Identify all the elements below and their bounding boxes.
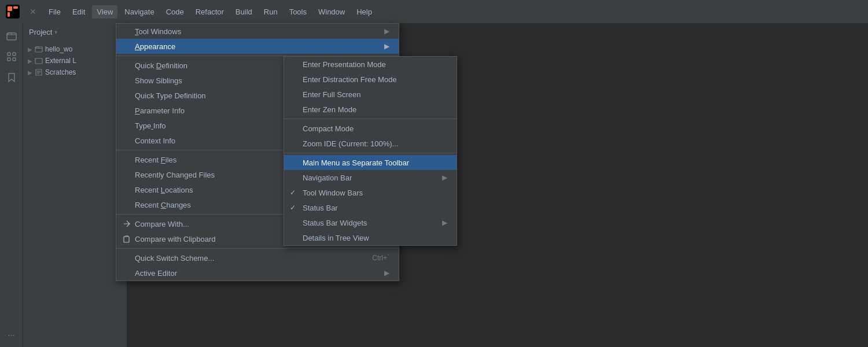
- menu-appearance[interactable]: Appearance ▶: [116, 39, 399, 54]
- sidebar-icon-structure[interactable]: [3, 49, 20, 65]
- active-editor-label: Active Editor: [135, 269, 177, 278]
- svg-rect-1: [8, 6, 12, 11]
- active-editor-arrow: ▶: [384, 269, 389, 277]
- tree-arrow-ext: ▶: [28, 58, 32, 64]
- appearance-main-menu-toolbar[interactable]: Main Menu as Separate Toolbar: [284, 155, 457, 170]
- svg-rect-3: [8, 12, 10, 17]
- svg-rect-11: [124, 237, 129, 242]
- tree-arrow-scratch: ▶: [28, 69, 32, 76]
- svg-rect-6: [13, 53, 16, 56]
- appearance-zen[interactable]: Enter Zen Mode: [284, 102, 457, 117]
- tree-item-external-label: External L: [45, 57, 76, 65]
- status-bar-widgets-arrow: ▶: [442, 219, 447, 227]
- status-bar-widgets-label: Status Bar Widgets: [303, 219, 367, 227]
- zen-label: Enter Zen Mode: [303, 105, 356, 114]
- quick-type-def-label: Quick Type Definition: [135, 91, 206, 100]
- menu-tools[interactable]: Tools: [285, 5, 311, 19]
- fullscreen-label: Enter Full Screen: [303, 90, 361, 99]
- appearance-tool-window-bars[interactable]: ✓ Tool Window Bars: [284, 185, 457, 200]
- appearance-label: Appearance: [135, 42, 175, 51]
- menu-tool-windows[interactable]: Tool Windows ▶: [116, 24, 399, 39]
- separator-4: [116, 248, 399, 249]
- appearance-submenu: Enter Presentation Mode Enter Distractio…: [284, 56, 457, 246]
- compare-clipboard-label: Compare with Clipboard: [135, 235, 215, 243]
- tree-item-hello[interactable]: ▶ hello_wo: [23, 43, 127, 55]
- quick-definition-label: Quick Definition: [135, 61, 187, 70]
- navigation-bar-arrow: ▶: [442, 174, 447, 182]
- appearance-presentation[interactable]: Enter Presentation Mode: [284, 57, 457, 72]
- recent-files-label: Recent Files: [135, 156, 176, 164]
- tool-windows-arrow: ▶: [384, 27, 389, 35]
- tree-item-external[interactable]: ▶ External L: [23, 55, 127, 67]
- tree-item-scratches[interactable]: ▶ Scratches: [23, 67, 127, 78]
- sidebar-icons: ···: [0, 23, 23, 347]
- tool-window-bars-label: Tool Window Bars: [303, 189, 363, 197]
- compare-with-icon: [122, 219, 131, 228]
- status-bar-label: Status Bar: [303, 204, 338, 212]
- navigation-bar-label: Navigation Bar: [303, 174, 352, 182]
- project-label: Project: [29, 28, 52, 36]
- show-siblings-label: Show Siblings: [135, 76, 182, 85]
- menu-quick-switch[interactable]: Quick Switch Scheme... Ctrl+`: [116, 250, 399, 265]
- svg-rect-8: [13, 58, 16, 61]
- recent-changes-label: Recent Changes: [135, 201, 191, 209]
- recently-changed-label: Recently Changed Files: [135, 171, 215, 179]
- compare-with-label: Compare With...: [135, 220, 189, 228]
- sidebar-icon-more[interactable]: ···: [3, 326, 20, 342]
- svg-rect-2: [13, 6, 18, 9]
- menu-active-editor[interactable]: Active Editor ▶: [116, 265, 399, 280]
- appearance-arrow: ▶: [384, 42, 389, 50]
- menu-build[interactable]: Build: [231, 5, 257, 19]
- appearance-compact[interactable]: Compact Mode: [284, 121, 457, 136]
- appearance-sep-2: [284, 153, 457, 153]
- menu-help[interactable]: Help: [352, 5, 377, 19]
- appearance-details-tree[interactable]: Details in Tree View: [284, 230, 457, 245]
- menu-navigate[interactable]: Navigate: [120, 5, 159, 19]
- tree-arrow: ▶: [28, 46, 32, 53]
- context-info-label: Context Info: [135, 136, 175, 145]
- tool-window-bars-check: ✓: [290, 189, 296, 197]
- appearance-fullscreen[interactable]: Enter Full Screen: [284, 87, 457, 102]
- sidebar-icon-bookmark[interactable]: [3, 69, 20, 86]
- svg-rect-7: [8, 58, 10, 61]
- sidebar-icon-folder[interactable]: [3, 28, 20, 44]
- menu-file[interactable]: File: [44, 5, 65, 19]
- presentation-label: Enter Presentation Mode: [303, 60, 386, 69]
- svg-rect-5: [8, 53, 10, 56]
- menu-view[interactable]: View: [92, 5, 117, 19]
- quick-switch-shortcut: Ctrl+`: [361, 254, 389, 262]
- parameter-info-label: Parameter Info: [135, 106, 185, 115]
- compact-label: Compact Mode: [303, 124, 354, 133]
- appearance-distraction[interactable]: Enter Distraction Free Mode: [284, 72, 457, 87]
- svg-rect-9: [35, 47, 42, 52]
- app-icon: [5, 3, 21, 20]
- appearance-status-bar[interactable]: ✓ Status Bar: [284, 200, 457, 215]
- tree-item-scratches-label: Scratches: [45, 68, 76, 76]
- quick-switch-label: Quick Switch Scheme...: [135, 254, 214, 263]
- status-bar-check: ✓: [290, 204, 296, 212]
- appearance-navigation-bar[interactable]: Navigation Bar ▶: [284, 170, 457, 185]
- menu-refactor[interactable]: Refactor: [191, 5, 229, 19]
- appearance-zoom[interactable]: Zoom IDE (Current: 100%)...: [284, 136, 457, 151]
- appearance-sep-1: [284, 119, 457, 119]
- tool-windows-label: Tool Windows: [135, 27, 181, 36]
- project-panel: Project ▾ ▶ hello_wo ▶ External L: [23, 23, 127, 347]
- distraction-label: Enter Distraction Free Mode: [303, 75, 397, 84]
- project-chevron: ▾: [54, 29, 57, 35]
- details-tree-label: Details in Tree View: [303, 234, 369, 242]
- menu-code[interactable]: Code: [161, 5, 189, 19]
- menu-run[interactable]: Run: [259, 5, 282, 19]
- compare-clipboard-icon: [122, 234, 131, 243]
- zoom-label: Zoom IDE (Current: 100%)...: [303, 139, 398, 148]
- main-menu-toolbar-label: Main Menu as Separate Toolbar: [303, 158, 409, 167]
- project-tree: ▶ hello_wo ▶ External L ▶: [23, 41, 127, 347]
- menu-window[interactable]: Window: [314, 5, 350, 19]
- menu-bar: ✕ File Edit View Navigate Code Refactor …: [0, 0, 868, 23]
- project-header[interactable]: Project ▾: [23, 23, 127, 41]
- type-info-label: Type Info: [135, 121, 166, 130]
- svg-rect-10: [35, 58, 42, 64]
- tree-item-hello-label: hello_wo: [45, 45, 72, 53]
- appearance-status-bar-widgets[interactable]: Status Bar Widgets ▶: [284, 215, 457, 230]
- menu-edit[interactable]: Edit: [68, 5, 90, 19]
- close-button[interactable]: ✕: [28, 6, 38, 17]
